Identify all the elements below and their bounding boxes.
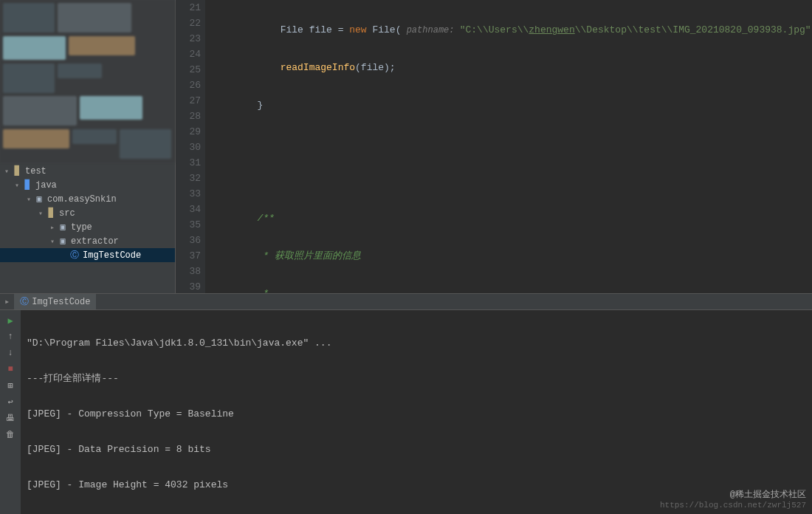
console-line: "D:\Program Files\Java\jdk1.8.0_131\bin\…: [27, 337, 806, 350]
thumbnail-panel: [0, 0, 175, 162]
tree-node-class-selected[interactable]: ⒸImgTestCode: [0, 248, 175, 262]
tree-node-folder[interactable]: ▸▣type: [0, 220, 175, 234]
tree-node-folder[interactable]: ▾▣extractor: [0, 234, 175, 248]
rerun-icon[interactable]: ▶: [4, 315, 16, 326]
thumbnail: [3, 3, 55, 32]
watermark: @稀土掘金技术社区 https://blog.csdn.net/zwrlj527: [660, 488, 806, 510]
run-tab-label: ImgTestCode: [32, 297, 90, 307]
tree-label: src: [59, 208, 75, 219]
package-icon: ▣: [34, 193, 44, 205]
tree-node-java[interactable]: ▾▉java: [0, 178, 175, 192]
thumbnail: [3, 129, 69, 148]
run-tab-bar[interactable]: ▸ Ⓒ ImgTestCode: [0, 294, 812, 310]
package-icon: ▣: [58, 236, 68, 247]
thumbnail: [58, 64, 102, 78]
tree-label: java: [35, 180, 57, 191]
run-tool-window: ▸ Ⓒ ImgTestCode ▶ ↑ ↓ ■ ⊞ ↩ 🖶 🗑 "D:\Prog…: [0, 293, 812, 514]
line-gutter: 21222324252627282930313233343536373839: [176, 0, 205, 293]
class-icon: Ⓒ: [20, 295, 29, 308]
package-icon: ▣: [58, 222, 68, 233]
print-icon[interactable]: 🖶: [4, 412, 16, 424]
thumbnail: [3, 36, 66, 60]
tree-node-test[interactable]: ▾▉test: [0, 164, 175, 178]
thumbnail: [3, 96, 77, 126]
tree-label: ImgTestCode: [83, 250, 141, 261]
layout-icon[interactable]: ⊞: [4, 380, 16, 391]
run-tab-arrow-icon[interactable]: ▸: [0, 296, 14, 307]
console-line: [JPEG] - Data Precision = 8 bits: [27, 443, 806, 456]
class-icon: Ⓒ: [69, 249, 80, 261]
tree-label: com.easySnkin: [47, 194, 117, 205]
tree-label: extractor: [71, 236, 119, 247]
console-output[interactable]: "D:\Program Files\Java\jdk1.8.0_131\bin\…: [21, 310, 812, 514]
tree-label: type: [71, 222, 92, 233]
stop-icon[interactable]: ■: [4, 363, 16, 375]
code-editor[interactable]: 21222324252627282930313233343536373839 F…: [176, 0, 812, 293]
wrap-icon[interactable]: ↩: [4, 396, 16, 408]
thumbnail: [72, 129, 117, 144]
thumbnail: [3, 64, 55, 93]
run-tab[interactable]: Ⓒ ImgTestCode: [14, 294, 96, 309]
project-tree[interactable]: ▾▉test ▾▉java ▾▣com.easySnkin ▾▉src ▸▣ty…: [0, 162, 175, 293]
tree-node-package[interactable]: ▾▣com.easySnkin: [0, 192, 175, 206]
thumbnail: [58, 3, 131, 32]
up-icon[interactable]: ↑: [4, 331, 16, 343]
thumbnail: [80, 96, 142, 120]
console-line: ---打印全部详情---: [27, 372, 806, 386]
console-line: [JPEG] - Compression Type = Baseline: [27, 408, 806, 421]
thumbnail: [69, 36, 135, 55]
code-area[interactable]: File file = new File( pathname: "C:\\Use…: [205, 0, 812, 293]
thumbnail: [120, 129, 171, 159]
folder-icon: ▉: [46, 208, 56, 219]
tree-node-folder[interactable]: ▾▉src: [0, 206, 175, 220]
watermark-title: @稀土掘金技术社区: [660, 488, 806, 501]
down-icon[interactable]: ↓: [4, 347, 16, 359]
sidebar: ▾▉test ▾▉java ▾▣com.easySnkin ▾▉src ▸▣ty…: [0, 0, 176, 293]
tree-label: test: [25, 166, 47, 177]
run-toolbar: ▶ ↑ ↓ ■ ⊞ ↩ 🖶 🗑: [0, 310, 21, 514]
trash-icon[interactable]: 🗑: [4, 428, 16, 440]
folder-icon: ▉: [12, 165, 22, 177]
watermark-url: https://blog.csdn.net/zwrlj527: [660, 501, 806, 510]
folder-icon: ▉: [22, 179, 32, 191]
